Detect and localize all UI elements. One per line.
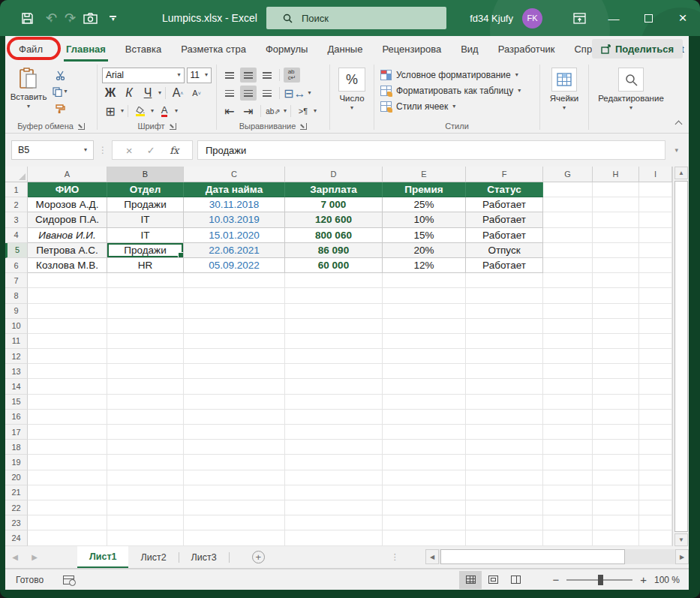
cell-I16[interactable] — [639, 410, 672, 425]
cell-C2[interactable]: 30.11.2018 — [184, 197, 285, 212]
column-header-B[interactable]: B — [107, 167, 184, 182]
clipboard-dialog-launcher-icon[interactable] — [78, 123, 85, 130]
cell-F9[interactable] — [466, 304, 543, 319]
cell-B9[interactable] — [107, 304, 184, 319]
cut-icon[interactable] — [52, 68, 68, 83]
avatar[interactable]: FK — [522, 8, 542, 29]
column-header-I[interactable]: I — [639, 167, 672, 182]
cell-G23[interactable] — [543, 515, 593, 530]
select-all-corner[interactable] — [5, 167, 28, 182]
cell-D24[interactable] — [285, 530, 383, 545]
horizontal-scrollbar[interactable]: ◀ ▶ — [425, 548, 689, 565]
cell-B14[interactable] — [107, 379, 184, 394]
column-header-E[interactable]: E — [383, 167, 466, 182]
formula-input[interactable]: Продажи — [197, 140, 665, 160]
cell-E2[interactable]: 25% — [383, 197, 466, 212]
bold-button[interactable]: Ж — [102, 86, 119, 101]
cell-I3[interactable] — [639, 212, 672, 227]
font-color-icon[interactable]: А — [156, 104, 173, 119]
cell-I1[interactable] — [639, 182, 672, 197]
zoom-level[interactable]: 100 % — [647, 575, 680, 585]
vertical-scrollbar[interactable]: ▲ ▼ — [672, 167, 689, 546]
scroll-left-icon[interactable]: ◀ — [425, 549, 439, 564]
cell-H3[interactable] — [593, 212, 639, 227]
cell-C17[interactable] — [184, 425, 285, 440]
cell-D10[interactable] — [285, 319, 383, 334]
cell-D6[interactable]: 60 000 — [285, 258, 383, 273]
cell-E10[interactable] — [383, 319, 466, 334]
ribbon-display-options-icon[interactable] — [562, 0, 596, 36]
tab-home[interactable]: Главная — [56, 36, 116, 62]
cell-F5[interactable]: Отпуск — [466, 243, 543, 258]
cell-C13[interactable] — [184, 364, 285, 379]
zoom-slider-thumb[interactable] — [598, 575, 603, 585]
cell-C21[interactable] — [184, 485, 285, 500]
sheet-tab-2[interactable]: Лист2 — [128, 546, 178, 568]
cell-F22[interactable] — [466, 500, 543, 515]
cell-F4[interactable]: Работает — [466, 228, 543, 243]
cell-I13[interactable] — [639, 364, 672, 379]
tab-view[interactable]: Вид — [451, 36, 488, 62]
cell-I8[interactable] — [639, 288, 672, 303]
cell-H6[interactable] — [593, 258, 639, 273]
cell-B23[interactable] — [107, 515, 184, 530]
underline-dropdown-icon[interactable]: ▾ — [158, 90, 161, 96]
cell-C1[interactable]: Дата найма — [184, 182, 285, 197]
cell-A1[interactable]: ФИО — [28, 182, 107, 197]
cell-C11[interactable] — [184, 334, 285, 349]
sheet-tab-1[interactable]: Лист1 — [77, 546, 128, 568]
cell-E3[interactable]: 10% — [383, 212, 466, 227]
cell-A11[interactable] — [28, 334, 107, 349]
row-header-17[interactable]: 17 — [5, 425, 28, 440]
row-header-6[interactable]: 6 — [5, 258, 28, 273]
align-center-icon[interactable] — [240, 86, 257, 101]
row-header-21[interactable]: 21 — [5, 485, 28, 500]
cell-G12[interactable] — [543, 349, 593, 364]
cell-G5[interactable] — [543, 243, 593, 258]
cell-E22[interactable] — [383, 500, 466, 515]
cell-G15[interactable] — [543, 395, 593, 410]
cell-I14[interactable] — [639, 379, 672, 394]
cell-C3[interactable]: 10.03.2019 — [184, 212, 285, 227]
column-header-G[interactable]: G — [543, 167, 593, 182]
cell-E20[interactable] — [383, 470, 466, 485]
font-size-select[interactable]: 11▾ — [187, 68, 212, 83]
cell-F8[interactable] — [466, 288, 543, 303]
cell-G10[interactable] — [543, 319, 593, 334]
cell-C22[interactable] — [184, 500, 285, 515]
cell-B17[interactable] — [107, 425, 184, 440]
font-dialog-launcher-icon[interactable] — [170, 123, 176, 130]
cell-D2[interactable]: 7 000 — [285, 197, 383, 212]
cell-G6[interactable] — [543, 258, 593, 273]
row-header-8[interactable]: 8 — [5, 288, 28, 303]
cell-G4[interactable] — [543, 228, 593, 243]
column-header-D[interactable]: D — [285, 167, 383, 182]
cell-C18[interactable] — [184, 440, 285, 455]
cell-E11[interactable] — [383, 334, 466, 349]
cell-B6[interactable]: HR — [107, 258, 184, 273]
cell-G2[interactable] — [543, 197, 593, 212]
cell-C8[interactable] — [184, 288, 285, 303]
shrink-font-icon[interactable]: А˅ — [188, 86, 205, 101]
name-box[interactable]: B5 ▾ — [11, 140, 94, 160]
grow-font-icon[interactable]: А˄ — [170, 86, 186, 101]
cell-A12[interactable] — [28, 349, 107, 364]
number-format-button[interactable]: % Число ▾ — [330, 62, 374, 111]
cell-A15[interactable] — [28, 395, 107, 410]
cell-D3[interactable]: 120 600 — [285, 212, 383, 227]
row-header-24[interactable]: 24 — [5, 530, 28, 545]
cell-E14[interactable] — [383, 379, 466, 394]
cell-G19[interactable] — [543, 455, 593, 470]
editing-button[interactable]: Редактирование ▾ — [589, 62, 673, 111]
column-header-F[interactable]: F — [466, 167, 543, 182]
row-header-22[interactable]: 22 — [5, 500, 28, 515]
orientation-icon[interactable]: ab⇗ — [265, 104, 281, 119]
cell-E21[interactable] — [383, 485, 466, 500]
align-right-icon[interactable] — [259, 86, 275, 101]
cancel-icon[interactable]: × — [126, 144, 133, 157]
cell-F21[interactable] — [466, 485, 543, 500]
cell-B10[interactable] — [107, 319, 184, 334]
cell-A5[interactable]: Петрова А.С. — [28, 243, 107, 258]
align-top-icon[interactable] — [221, 68, 238, 83]
cell-A14[interactable] — [28, 379, 107, 394]
